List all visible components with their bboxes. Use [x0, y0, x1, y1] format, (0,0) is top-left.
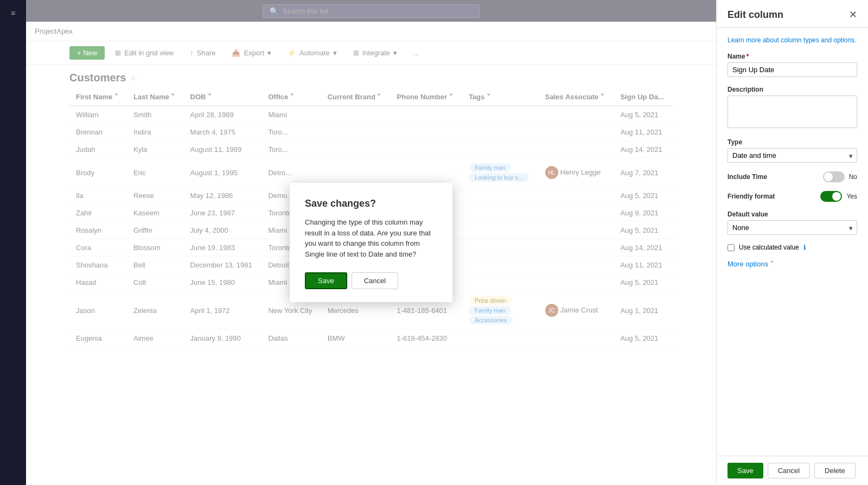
panel-cancel-button[interactable]: Cancel — [768, 463, 810, 478]
type-select[interactable]: Date and time — [727, 148, 857, 163]
dialog-actions: Save Cancel — [305, 272, 437, 289]
info-icon: ℹ — [803, 244, 806, 251]
default-value-select[interactable]: None — [727, 220, 857, 235]
save-dialog: Save changes? Changing the type of this … — [290, 183, 452, 302]
friendly-format-text: Yes — [846, 193, 857, 200]
friendly-format-label: Friendly format — [727, 193, 775, 200]
type-select-wrapper: Date and time — [727, 148, 857, 163]
default-value-label: Default value — [727, 210, 857, 218]
panel-close-button[interactable]: ✕ — [849, 9, 857, 21]
include-time-label: Include Time — [727, 173, 767, 181]
friendly-format-row: Friendly format Yes — [727, 191, 857, 202]
type-field-group: Type Date and time — [727, 138, 857, 163]
panel-header: Edit column ✕ — [717, 0, 868, 28]
default-value-field-group: Default value None — [727, 210, 857, 235]
calculated-value-checkbox[interactable] — [727, 244, 735, 251]
more-options-label: More options — [727, 260, 768, 268]
more-options-chevron-icon: ˅ — [770, 260, 774, 268]
panel-body: Learn more about column types and option… — [717, 28, 868, 456]
more-options-button[interactable]: More options ˅ — [727, 260, 857, 268]
dialog-cancel-button[interactable]: Cancel — [352, 272, 398, 289]
name-field-group: Name* — [727, 53, 857, 77]
friendly-format-toggle-group: Yes — [820, 191, 857, 202]
calculated-value-row: Use calculated value ℹ — [727, 244, 857, 251]
edit-column-panel: Edit column ✕ Learn more about column ty… — [716, 0, 868, 485]
friendly-format-toggle[interactable] — [820, 191, 842, 202]
include-time-row: Include Time No — [727, 171, 857, 182]
panel-footer: Save Cancel Delete — [717, 456, 868, 485]
type-label: Type — [727, 138, 857, 146]
dialog-title: Save changes? — [305, 198, 437, 209]
calculated-value-label: Use calculated value — [739, 244, 799, 251]
description-field-group: Description — [727, 86, 857, 130]
sidebar-template-icon[interactable]: ≡ — [4, 4, 22, 22]
dialog-body: Changing the type of this column may res… — [305, 217, 437, 259]
default-value-select-wrapper: None — [727, 220, 857, 235]
left-sidebar: ≡ — [0, 0, 26, 485]
description-textarea[interactable] — [727, 95, 857, 128]
panel-save-button[interactable]: Save — [727, 463, 763, 478]
learn-more-link[interactable]: Learn more about column types and option… — [727, 36, 857, 44]
name-input[interactable] — [727, 62, 857, 77]
include-time-toggle-group: No — [823, 171, 857, 182]
description-label: Description — [727, 86, 857, 93]
panel-delete-button[interactable]: Delete — [814, 463, 856, 478]
overlay: Save changes? Changing the type of this … — [26, 0, 716, 485]
name-label: Name* — [727, 53, 857, 60]
include-time-toggle[interactable] — [823, 171, 845, 182]
dialog-save-button[interactable]: Save — [305, 272, 347, 289]
panel-title: Edit column — [727, 9, 783, 21]
main-area: 🔍 ProjectApex + New ⊞ Edit in grid view … — [26, 0, 716, 485]
include-time-text: No — [849, 173, 857, 181]
